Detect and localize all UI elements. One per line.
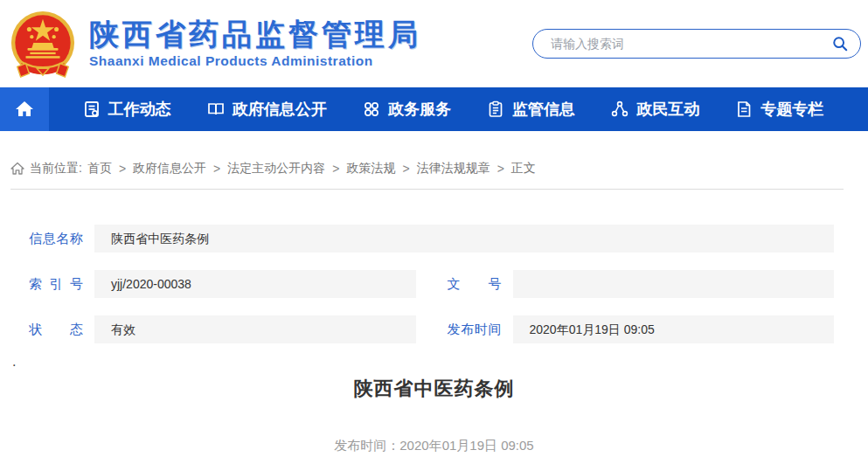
page: 陕西省药品监督管理局 Shaanxi Medical Products Admi… (0, 0, 868, 457)
field-index-no: 索引号 yjj/2020-00038 (29, 270, 416, 298)
nav-item-label: 监管信息 (512, 99, 575, 120)
breadcrumb-link-policy[interactable]: 政策法规 (346, 161, 395, 177)
nav-item-gov-info[interactable]: 政府信息公开 (207, 99, 327, 120)
nav-item-services[interactable]: 政务服务 (363, 99, 451, 120)
nav-item-interaction[interactable]: 政民互动 (611, 99, 699, 120)
field-value-index-no: yjj/2020-00038 (94, 270, 416, 298)
nav-item-label: 政务服务 (388, 99, 451, 120)
open-book-icon (207, 100, 225, 118)
field-value-status: 有效 (94, 315, 416, 343)
field-value-publish-time: 2020年01月19日 09:05 (513, 315, 835, 343)
breadcrumb-separator: > (213, 162, 220, 176)
breadcrumb-separator: > (497, 162, 504, 176)
field-status: 状态 有效 (29, 315, 416, 343)
field-label-doc-no: 文号 (448, 270, 502, 298)
home-icon (14, 99, 35, 120)
search-input[interactable] (551, 37, 832, 51)
field-label-index-no: 索引号 (29, 270, 83, 298)
field-label-status: 状态 (29, 315, 83, 343)
stray-dot: . (12, 355, 16, 369)
info-table: 信息名称 陕西省中医药条例 索引号 yjj/2020-00038 文号 状态 有… (29, 225, 834, 343)
field-publish-time: 发布时间 2020年01月19日 09:05 (448, 315, 835, 343)
nav-item-label: 政民互动 (636, 99, 699, 120)
breadcrumb-link-legal-active[interactable]: 法定主动公开内容 (227, 161, 325, 177)
site-title-en: Shaanxi Medical Products Administration (89, 53, 421, 69)
nav-items: 工作动态 政府信息公开 政务服务 (49, 87, 868, 131)
field-value-doc-no (513, 270, 835, 298)
field-label-publish-time: 发布时间 (448, 315, 502, 343)
nav-item-work-news[interactable]: 工作动态 (83, 99, 171, 120)
field-label-info-name: 信息名称 (29, 225, 83, 253)
site-header: 陕西省药品监督管理局 Shaanxi Medical Products Admi… (0, 0, 868, 87)
nav-home-button[interactable] (0, 87, 49, 131)
info-row-name: 信息名称 陕西省中医药条例 (29, 225, 834, 253)
breadcrumb-separator: > (119, 162, 126, 176)
breadcrumb-link-laws[interactable]: 法律法规规章 (417, 161, 490, 177)
share-network-icon (611, 100, 628, 118)
field-value-info-name: 陕西省中医药条例 (94, 225, 834, 253)
info-row-status-publish: 状态 有效 发布时间 2020年01月19日 09:05 (29, 315, 834, 343)
breadcrumb-link-gov-info[interactable]: 政府信息公开 (133, 161, 206, 177)
article-publish-time: 发布时间：2020年01月19日 09:05 (0, 438, 868, 454)
page-icon (735, 100, 753, 118)
national-emblem-icon (9, 9, 77, 80)
breadcrumb-home-icon (10, 162, 24, 176)
news-icon (83, 100, 101, 118)
main-nav: 工作动态 政府信息公开 政务服务 (0, 87, 868, 131)
nav-item-supervision[interactable]: 监管信息 (487, 99, 575, 120)
services-grid-icon (363, 100, 380, 118)
nav-item-label: 政府信息公开 (233, 99, 327, 120)
breadcrumb: 当前位置: 首页 > 政府信息公开 > 法定主动公开内容 > 政策法规 > 法律… (10, 161, 858, 177)
search-icon[interactable] (832, 36, 848, 52)
clipboard-icon (487, 100, 504, 118)
search-area (532, 29, 861, 59)
info-row-index-docno: 索引号 yjj/2020-00038 文号 (29, 270, 834, 298)
nav-item-label: 工作动态 (108, 99, 171, 120)
site-logo[interactable]: 陕西省药品监督管理局 Shaanxi Medical Products Admi… (9, 7, 421, 80)
breadcrumb-separator: > (402, 162, 409, 176)
breadcrumb-prefix: 当前位置: (30, 161, 82, 177)
field-info-name: 信息名称 陕西省中医药条例 (29, 225, 834, 253)
article-title: 陕西省中医药条例 (0, 376, 868, 402)
nav-item-label: 专题专栏 (760, 99, 823, 120)
site-title-zh: 陕西省药品监督管理局 (89, 18, 421, 51)
site-title-block: 陕西省药品监督管理局 Shaanxi Medical Products Admi… (89, 18, 421, 69)
breadcrumb-separator: > (332, 162, 339, 176)
nav-item-special[interactable]: 专题专栏 (735, 99, 823, 120)
breadcrumb-current: 正文 (511, 161, 536, 177)
field-doc-no: 文号 (448, 270, 835, 298)
breadcrumb-divider (10, 189, 844, 190)
search-box (532, 29, 861, 59)
breadcrumb-link-home[interactable]: 首页 (87, 161, 112, 177)
